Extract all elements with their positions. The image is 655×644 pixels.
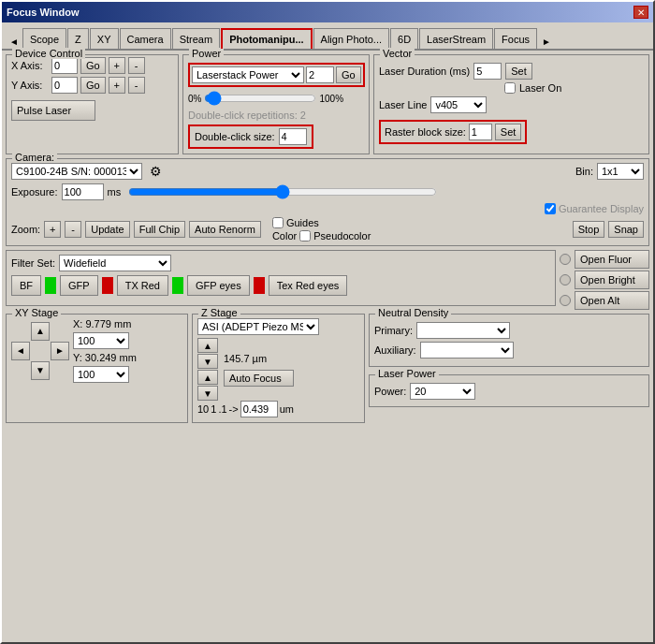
xy-stage-group: XY Stage ▲ ◄ ► ▼ X: 9. — [6, 314, 188, 423]
laser-on-checkbox[interactable] — [504, 82, 516, 94]
x-minus-button[interactable]: - — [128, 57, 145, 74]
xy-left-button[interactable]: ◄ — [11, 342, 30, 360]
y-axis-input[interactable] — [51, 77, 78, 94]
camera-settings-icon[interactable]: ⚙ — [150, 164, 162, 179]
z-position-display: 145.7 µm — [224, 353, 294, 364]
camera-section: Camera: C9100-24B S/N: 000013 ⚙ Bin: 1x1… — [6, 158, 649, 246]
camera-select[interactable]: C9100-24B S/N: 000013 — [11, 163, 142, 180]
txred-button[interactable]: TX Red — [117, 275, 168, 296]
bin-select[interactable]: 1x1 — [597, 163, 644, 180]
pseudocolor-checkbox[interactable] — [299, 230, 311, 242]
x-plus-button[interactable]: + — [109, 57, 125, 74]
bf-button[interactable]: BF — [11, 275, 41, 296]
z-step1-label: 10 — [197, 403, 209, 415]
close-button[interactable]: ✕ — [633, 6, 648, 19]
tab-6d[interactable]: 6D — [390, 28, 418, 49]
z-up-button[interactable]: ▲ — [197, 338, 218, 353]
guides-col: Guides Color Pseudocolor — [272, 217, 371, 242]
tab-camera[interactable]: Camera — [120, 28, 171, 49]
xy-right-button[interactable]: ► — [51, 342, 69, 360]
open-bright-row: Open Bright — [560, 271, 649, 289]
power-label: Power — [189, 48, 224, 59]
exposure-input[interactable] — [62, 183, 104, 200]
guides-checkbox[interactable] — [272, 217, 284, 228]
z-step2-label: 1 — [211, 403, 216, 415]
laser-power-select[interactable]: 20 — [410, 383, 475, 400]
z-device-select[interactable]: ASI (ADEPT Piezo MS-2000 Co — [197, 318, 319, 335]
vector-group: Vector Laser Duration (ms) Set Laser On … — [373, 54, 649, 154]
x-speed-select[interactable]: 100 — [73, 332, 129, 349]
tab-z[interactable]: Z — [67, 28, 89, 49]
tab-photomanipu[interactable]: Photomanipu... — [221, 28, 312, 49]
auxiliary-select[interactable] — [420, 342, 514, 359]
power-slider[interactable] — [204, 91, 316, 106]
xy-down-button[interactable]: ▼ — [31, 361, 50, 380]
open-bright-button[interactable]: Open Bright — [575, 271, 649, 289]
auto-renorm-button[interactable]: Auto Renorm — [189, 221, 261, 238]
tab-stream[interactable]: Stream — [172, 28, 220, 49]
exposure-slider[interactable] — [128, 184, 437, 199]
open-alt-row: Open Alt — [560, 291, 649, 310]
auto-focus-button[interactable]: Auto Focus — [224, 370, 294, 387]
laser-duration-input[interactable] — [473, 63, 502, 80]
open-alt-button[interactable]: Open Alt — [575, 291, 649, 310]
xy-arrows: ▲ ◄ ► ▼ — [11, 322, 69, 380]
zoom-plus-button[interactable]: + — [44, 221, 61, 238]
pulse-laser-button[interactable]: Pulse Laser — [11, 100, 95, 121]
x-axis-input[interactable] — [51, 57, 78, 74]
z-device-row: ASI (ADEPT Piezo MS-2000 Co — [197, 318, 359, 335]
y-speed-select[interactable]: 100 — [73, 366, 129, 383]
primary-row: Primary: — [374, 322, 644, 339]
tab-arrow-right[interactable]: ► — [538, 35, 555, 49]
txred-color — [102, 277, 113, 294]
laser-duration-label: Laser Duration (ms) — [379, 66, 470, 77]
open-fluor-button[interactable]: Open Fluor — [575, 250, 649, 269]
power-go-button[interactable]: Go — [336, 66, 361, 83]
laser-on-row: Laser On — [379, 82, 644, 94]
laser-line-select[interactable]: v405 — [430, 96, 487, 113]
x-go-button[interactable]: Go — [80, 57, 106, 74]
xy-info: X: 9.779 mm 100 Y: 30.249 mm 100 — [73, 318, 137, 383]
update-button[interactable]: Update — [85, 221, 129, 238]
tab-focus[interactable]: Focus — [494, 28, 537, 49]
color-row: Color Pseudocolor — [272, 230, 371, 242]
camera-select-row: C9100-24B S/N: 000013 ⚙ Bin: 1x1 — [11, 163, 644, 180]
z-value-input[interactable] — [240, 401, 278, 417]
gfp-button[interactable]: GFP — [60, 275, 98, 296]
laser-power-group: Laser Power Power: 20 — [369, 374, 649, 407]
z-up2-button[interactable]: ▲ — [197, 370, 218, 385]
raster-block-input[interactable] — [469, 124, 492, 140]
power-select[interactable]: Laserstack Power — [192, 66, 304, 83]
power-value-input[interactable] — [306, 66, 334, 83]
tab-laserstream[interactable]: LaserStream — [419, 28, 493, 49]
raster-set-button[interactable]: Set — [495, 124, 522, 140]
neutral-density-label: Neutral Density — [375, 307, 451, 318]
neutral-density-group: Neutral Density Primary: Auxiliary: — [369, 314, 649, 367]
z-down2-button[interactable]: ▼ — [197, 386, 218, 401]
gfpeyes-button[interactable]: GFP eyes — [187, 275, 250, 296]
guarantee-checkbox[interactable] — [545, 203, 556, 214]
laser-power-label: Laser Power — [375, 368, 439, 379]
laser-duration-set-button[interactable]: Set — [505, 63, 532, 80]
double-click-size-input[interactable] — [279, 128, 307, 145]
zoom-minus-button[interactable]: - — [65, 221, 81, 238]
texredeyes-button[interactable]: Tex Red eyes — [269, 275, 348, 296]
z-stage-label: Z Stage — [198, 307, 240, 318]
xy-up-button[interactable]: ▲ — [31, 322, 50, 341]
snap-button[interactable]: Snap — [608, 221, 644, 238]
full-chip-button[interactable]: Full Chip — [134, 221, 185, 238]
double-click-size-label: Double-click size: — [195, 131, 275, 142]
y-minus-button[interactable]: - — [128, 77, 145, 94]
z-stage-group: Z Stage ASI (ADEPT Piezo MS-2000 Co ▲ ▼ … — [192, 314, 365, 423]
y-go-button[interactable]: Go — [80, 77, 106, 94]
z-down-button[interactable]: ▼ — [197, 354, 218, 369]
tab-arrow-left[interactable]: ◄ — [6, 35, 22, 49]
stop-button[interactable]: Stop — [573, 221, 605, 238]
filter-select[interactable]: Widefield — [59, 255, 171, 271]
tab-align-photo[interactable]: Align Photo... — [313, 28, 389, 49]
primary-select[interactable] — [416, 322, 510, 339]
tab-scope[interactable]: Scope — [22, 28, 66, 49]
y-plus-button[interactable]: + — [109, 77, 125, 94]
tab-xy[interactable]: XY — [90, 28, 119, 49]
x-axis-row: X Axis: Go + - — [11, 57, 173, 74]
